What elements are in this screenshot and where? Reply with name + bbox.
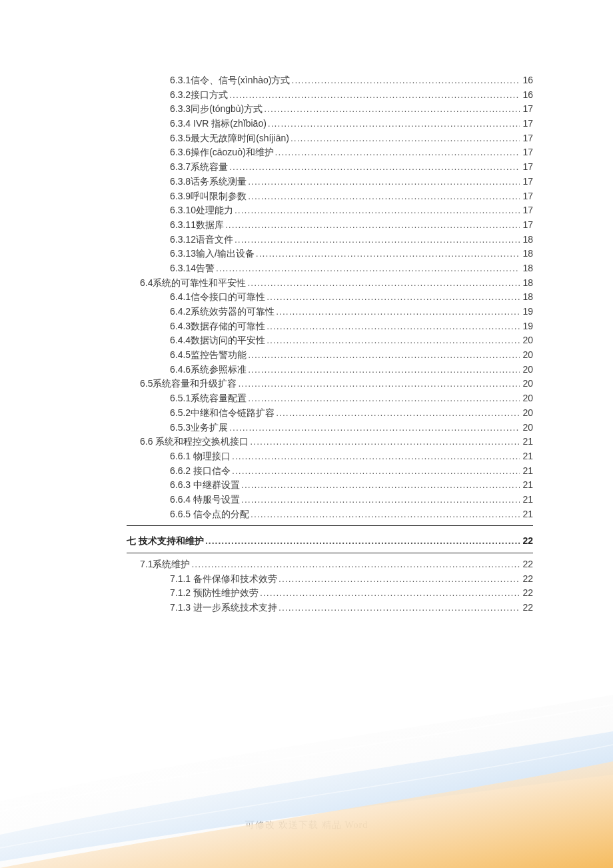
toc-page-number: 20 <box>520 363 533 377</box>
toc-text: 6.6.2 接口信令 <box>170 464 231 479</box>
toc-page-number: 17 <box>520 175 533 189</box>
toc-page-number: 17 <box>520 131 533 146</box>
toc-text: 6.3.9呼叫限制参数 <box>170 189 247 204</box>
toc-page-number: 22 <box>520 534 533 549</box>
toc-entry: 6.4.4数据访问的平安性20 <box>77 333 533 348</box>
toc-text: 6.4.6系统参照标准 <box>170 363 247 377</box>
toc-entry: 6.6.3 中继群设置21 <box>77 478 533 493</box>
toc-page-number: 17 <box>520 160 533 175</box>
toc-entry: 6.3.4 IVR 指标(zhǐbiāo)17 <box>77 117 533 131</box>
footer-cn: 可修改 欢送下载 精品 <box>245 819 345 830</box>
toc-leader <box>228 421 520 435</box>
toc-leader <box>265 319 520 334</box>
toc-entry: 6.4.2系统效劳器的可靠性19 <box>77 305 533 319</box>
toc-page-number: 21 <box>520 478 533 493</box>
toc-leader <box>247 391 520 406</box>
toc-entry: 6.4.1信令接口的可靠性18 <box>77 290 533 305</box>
section-divider <box>127 553 533 553</box>
toc-leader <box>224 218 520 233</box>
toc-entry: 6.3.2接口方式16 <box>77 88 533 103</box>
toc-text: 6.6.3 中继群设置 <box>170 478 240 493</box>
toc-page-number: 16 <box>520 73 533 88</box>
toc-entry: 6.3.14告警18 <box>77 261 533 276</box>
toc-page-number: 22 <box>520 601 533 615</box>
toc-leader <box>231 449 520 464</box>
toc-leader <box>277 572 520 587</box>
toc-entry: 6.3.10处理能力17 <box>77 203 533 218</box>
toc-leader <box>259 586 520 601</box>
toc-leader <box>249 507 520 522</box>
toc-entry: 6.4.5监控告警功能20 <box>77 348 533 363</box>
toc-entry: 6.3.12语音文件18 <box>77 233 533 247</box>
toc-page-number: 17 <box>520 145 533 160</box>
toc-leader <box>263 102 520 117</box>
toc-leader <box>233 233 520 247</box>
toc-page-number: 17 <box>520 102 533 117</box>
toc-leader <box>247 348 520 363</box>
toc-section-heading: 七 技术支持和维护22 <box>77 534 533 549</box>
toc-leader <box>246 276 520 291</box>
toc-text: 6.3.6操作(cāozuò)和维护 <box>170 145 274 160</box>
toc-leader <box>255 247 520 261</box>
toc-text: 6.4.5监控告警功能 <box>170 348 247 363</box>
toc-text: 6.3.1信令、信号(xìnhào)方式 <box>170 73 291 88</box>
toc-page-number: 20 <box>520 333 533 348</box>
toc-page-number: 21 <box>520 464 533 479</box>
toc-page-number: 18 <box>520 290 533 305</box>
toc-page-number: 20 <box>520 421 533 435</box>
toc-page-number: 20 <box>520 406 533 421</box>
toc-leader <box>267 117 520 131</box>
toc-text: 6.5.1系统容量配置 <box>170 391 247 406</box>
toc-text: 6.6.1 物理接口 <box>170 449 231 464</box>
toc-entry: 6.4.6系统参照标准20 <box>77 363 533 377</box>
toc-entry: 7.1系统维护22 <box>77 557 533 572</box>
toc-page-number: 21 <box>520 493 533 507</box>
toc-entry: 6.5系统容量和升级扩容20 <box>77 377 533 391</box>
toc-text: 6.3.11数据库 <box>170 218 224 233</box>
toc-entry: 6.4.3数据存储的可靠性19 <box>77 319 533 334</box>
toc-entry: 6.6.1 物理接口21 <box>77 449 533 464</box>
toc-page-number: 18 <box>520 261 533 276</box>
toc-entry: 7.1.3 进一步系统技术支持22 <box>77 601 533 615</box>
toc-entry: 6.5.1系统容量配置20 <box>77 391 533 406</box>
toc-text: 6.3.2接口方式 <box>170 88 228 103</box>
toc-text: 6.5.2中继和信令链路扩容 <box>170 406 275 421</box>
toc-leader <box>228 160 520 175</box>
toc-text: 6.3.7系统容量 <box>170 160 228 175</box>
toc-entry: 6.3.3同步(tóngbù)方式17 <box>77 102 533 117</box>
toc-entry: 6.6.5 信令点的分配21 <box>77 507 533 522</box>
toc-entry: 7.1.2 预防性维护效劳22 <box>77 586 533 601</box>
toc-leader <box>277 601 520 615</box>
toc-text: 6.4系统的可靠性和平安性 <box>140 276 246 291</box>
toc-page-number: 19 <box>520 319 533 334</box>
toc-text: 6.3.3同步(tóngbù)方式 <box>170 102 263 117</box>
toc-entry: 6.5.3业务扩展20 <box>77 421 533 435</box>
toc-leader <box>265 333 520 348</box>
toc-text: 6.3.12语音文件 <box>170 233 233 247</box>
toc-entry: 6.3.11数据库17 <box>77 218 533 233</box>
toc-text: 6.6 系统和程控交换机接口 <box>140 435 249 449</box>
decorative-ribbon-bottom <box>0 695 613 868</box>
toc-text: 6.3.4 IVR 指标(zhǐbiāo) <box>170 117 267 131</box>
toc-page-number: 21 <box>520 435 533 449</box>
section-divider <box>127 525 533 526</box>
toc-text: 6.4.1信令接口的可靠性 <box>170 290 265 305</box>
toc-page-number: 20 <box>520 348 533 363</box>
toc-entry: 6.4系统的可靠性和平安性18 <box>77 276 533 291</box>
toc-page-number: 22 <box>520 557 533 572</box>
toc-page-number: 18 <box>520 276 533 291</box>
toc-leader <box>247 175 520 189</box>
toc-page-number: 20 <box>520 377 533 391</box>
toc-text: 6.5系统容量和升级扩容 <box>140 377 237 391</box>
document-page: 6.3.1信令、信号(xìnhào)方式166.3.2接口方式166.3.3同步… <box>0 0 613 868</box>
toc-entry: 6.6.2 接口信令21 <box>77 464 533 479</box>
toc-page-number: 16 <box>520 88 533 103</box>
toc-page-number: 19 <box>520 305 533 319</box>
toc-leader <box>228 88 520 103</box>
toc-leader <box>249 435 520 449</box>
toc-entry: 6.3.9呼叫限制参数17 <box>77 189 533 204</box>
toc-leader <box>233 203 520 218</box>
toc-entry: 6.6.4 特服号设置21 <box>77 493 533 507</box>
toc-text: 6.3.13输入/输出设备 <box>170 247 255 261</box>
toc-text: 6.3.10处理能力 <box>170 203 233 218</box>
